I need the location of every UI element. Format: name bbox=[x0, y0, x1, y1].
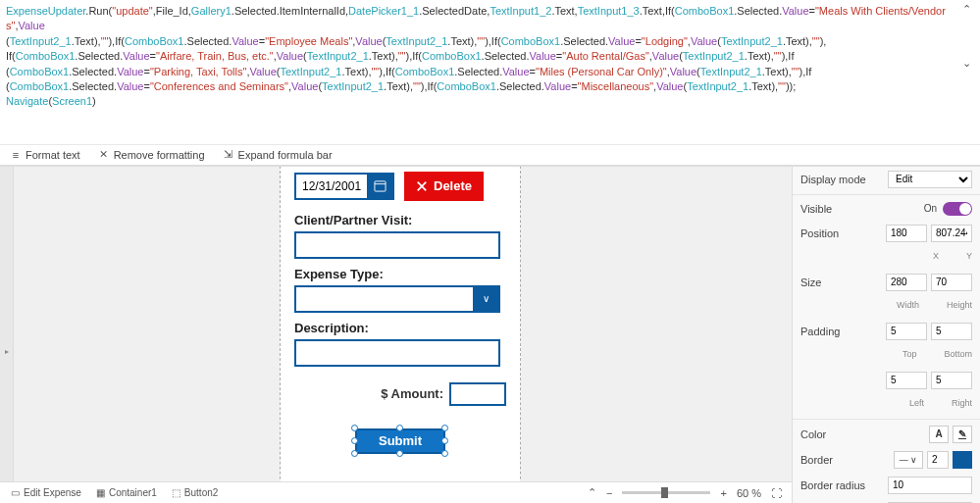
border-style-select[interactable]: — ∨ bbox=[894, 451, 923, 469]
date-input[interactable] bbox=[296, 175, 367, 198]
zoom-bar: ⌃ − + 60 % ⛶ bbox=[399, 481, 792, 503]
svg-rect-0 bbox=[374, 181, 385, 191]
chevron-down-icon[interactable]: ∨ bbox=[473, 287, 498, 311]
client-label: Client/Partner Visit: bbox=[294, 213, 506, 227]
expense-type-combobox[interactable]: ∨ bbox=[294, 285, 500, 313]
border-color-swatch[interactable] bbox=[953, 451, 972, 469]
delete-button[interactable]: Delete bbox=[404, 172, 484, 201]
formula-collapse-down-icon[interactable]: ⌄ bbox=[962, 56, 971, 71]
padding-bottom-input[interactable] bbox=[931, 323, 972, 340]
format-text-button[interactable]: ≡ Format text bbox=[10, 149, 80, 161]
zoom-in-button[interactable]: + bbox=[720, 487, 726, 499]
expand-formula-label: Expand formula bar bbox=[238, 149, 333, 161]
fit-to-window-button[interactable]: ⛶ bbox=[771, 487, 782, 499]
zoom-slider[interactable] bbox=[622, 491, 710, 494]
expand-icon: ⇲ bbox=[223, 149, 234, 161]
zoom-out-button[interactable]: − bbox=[606, 487, 612, 499]
position-x-input[interactable] bbox=[886, 225, 927, 242]
y-sublabel: Y bbox=[966, 251, 972, 261]
breadcrumb-screen-label: Edit Expense bbox=[24, 487, 81, 498]
resize-handle-e[interactable] bbox=[441, 437, 448, 444]
visible-state: On bbox=[924, 203, 937, 214]
resize-handle-n[interactable] bbox=[396, 425, 403, 431]
tree-view-gutter[interactable]: ▸ bbox=[0, 167, 14, 503]
height-input[interactable] bbox=[931, 274, 972, 291]
resize-handle-nw[interactable] bbox=[351, 425, 358, 431]
breadcrumb-container[interactable]: ▦ Container1 bbox=[95, 487, 157, 498]
zoom-value: 60 % bbox=[737, 487, 761, 499]
remove-formatting-button[interactable]: ⨯ Remove formatting bbox=[98, 149, 205, 161]
resize-handle-w[interactable] bbox=[351, 437, 358, 444]
amount-input[interactable] bbox=[449, 382, 506, 406]
x-sublabel: X bbox=[933, 251, 939, 261]
resize-handle-s[interactable] bbox=[396, 450, 403, 457]
close-icon bbox=[416, 180, 428, 192]
position-label: Position bbox=[800, 227, 839, 239]
container-icon: ▦ bbox=[95, 487, 106, 498]
border-width-input[interactable] bbox=[927, 451, 949, 469]
display-mode-select[interactable]: Edit bbox=[888, 171, 972, 188]
height-sublabel: Height bbox=[947, 300, 972, 310]
right-sublabel: Right bbox=[952, 398, 972, 408]
format-text-label: Format text bbox=[26, 149, 80, 161]
breadcrumb-screen[interactable]: ▭ Edit Expense bbox=[10, 487, 81, 498]
width-input[interactable] bbox=[886, 274, 927, 291]
resize-handle-se[interactable] bbox=[441, 450, 448, 457]
amount-label: $ Amount: bbox=[381, 386, 443, 401]
breadcrumb-button[interactable]: ⬚ Button2 bbox=[171, 487, 218, 498]
breadcrumb-button-label: Button2 bbox=[184, 487, 218, 498]
date-picker[interactable] bbox=[294, 173, 394, 200]
formula-toolbar: ≡ Format text ⨯ Remove formatting ⇲ Expa… bbox=[0, 144, 980, 166]
width-sublabel: Width bbox=[897, 300, 919, 310]
button-icon: ⬚ bbox=[171, 487, 181, 498]
display-mode-label: Display mode bbox=[800, 174, 866, 185]
visible-label: Visible bbox=[800, 203, 832, 215]
bottom-sublabel: Bottom bbox=[944, 349, 972, 359]
zoom-thumb[interactable] bbox=[661, 487, 668, 498]
properties-panel: Display mode Edit Visible On Position XY… bbox=[792, 167, 980, 503]
design-canvas[interactable]: Delete Client/Partner Visit: Expense Typ… bbox=[14, 167, 792, 503]
expense-type-label: Expense Type: bbox=[294, 267, 506, 281]
position-y-input[interactable] bbox=[931, 225, 972, 242]
format-text-icon: ≡ bbox=[10, 149, 22, 161]
border-radius-input[interactable] bbox=[888, 477, 972, 494]
submit-button-label: Submit bbox=[379, 433, 422, 448]
resize-handle-sw[interactable] bbox=[351, 450, 358, 457]
calendar-icon[interactable] bbox=[367, 175, 392, 198]
padding-label: Padding bbox=[800, 326, 840, 337]
size-label: Size bbox=[800, 277, 821, 288]
screen-icon: ▭ bbox=[10, 487, 21, 498]
resize-handle-ne[interactable] bbox=[441, 425, 448, 431]
color-label: Color bbox=[800, 428, 826, 440]
screen-container: Delete Client/Partner Visit: Expense Typ… bbox=[280, 167, 521, 503]
breadcrumb-container-label: Container1 bbox=[109, 487, 157, 498]
padding-top-input[interactable] bbox=[886, 323, 927, 340]
remove-formatting-label: Remove formatting bbox=[114, 149, 205, 161]
description-label: Description: bbox=[294, 321, 506, 335]
top-sublabel: Top bbox=[903, 349, 917, 359]
client-input[interactable] bbox=[294, 231, 500, 259]
remove-formatting-icon: ⨯ bbox=[98, 149, 110, 161]
delete-button-label: Delete bbox=[434, 178, 472, 193]
border-label: Border bbox=[800, 454, 833, 466]
chevron-up-icon[interactable]: ⌃ bbox=[588, 486, 596, 499]
left-sublabel: Left bbox=[909, 398, 924, 408]
font-color-button[interactable]: A bbox=[929, 426, 949, 443]
padding-left-input[interactable] bbox=[886, 372, 927, 389]
description-input[interactable] bbox=[294, 339, 500, 367]
visible-toggle[interactable] bbox=[943, 202, 972, 216]
padding-right-input[interactable] bbox=[931, 372, 972, 389]
border-radius-label: Border radius bbox=[800, 479, 865, 491]
formula-collapse-up-icon[interactable]: ⌃ bbox=[962, 2, 971, 17]
formula-bar[interactable]: ExpenseUpdater.Run("update",File_Id,Gall… bbox=[0, 0, 980, 144]
fill-color-button[interactable]: ✎ bbox=[953, 426, 972, 443]
expand-formula-bar-button[interactable]: ⇲ Expand formula bar bbox=[223, 149, 333, 161]
